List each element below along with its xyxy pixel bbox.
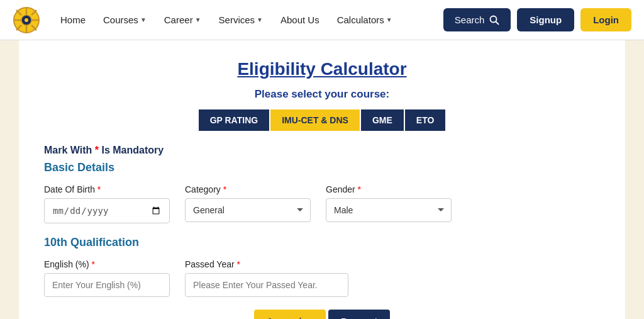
course-tabs: GP RATING IMU-CET & DNS GME ETO — [44, 109, 600, 131]
gender-required-star: * — [358, 184, 361, 194]
basic-details-row: Date Of Birth * Category * General OBC S… — [44, 184, 600, 223]
english-required-star: * — [91, 259, 94, 269]
mandatory-note: Mark With * Is Mandatory — [44, 145, 600, 156]
nav-item-about[interactable]: About Us — [273, 9, 327, 30]
gender-label: Gender * — [326, 184, 452, 194]
tenth-title: 10th Qualification — [44, 236, 600, 249]
nav-item-career[interactable]: Career ▼ — [157, 9, 209, 30]
passed-year-required-star: * — [237, 259, 240, 269]
passout-button[interactable]: Passout — [328, 310, 390, 319]
dob-label: Date Of Birth * — [44, 184, 170, 194]
passed-year-label: Passed Year * — [185, 259, 348, 269]
basic-details-title: Basic Details — [44, 161, 600, 174]
svg-point-2 — [25, 18, 28, 22]
tab-gp-rating[interactable]: GP RATING — [199, 109, 270, 131]
calculators-dropdown-arrow: ▼ — [386, 16, 392, 23]
svg-point-11 — [491, 16, 497, 22]
tenth-row: English (%) * Passed Year * — [44, 259, 600, 297]
category-label: Category * — [185, 184, 311, 194]
gender-select[interactable]: Male Female Other — [326, 198, 452, 222]
dob-input[interactable] — [44, 198, 170, 223]
category-required-star: * — [223, 184, 226, 194]
main-content: Eligibility Calculator Please select you… — [19, 40, 625, 319]
passed-year-input[interactable] — [185, 273, 348, 297]
navbar: Home Courses ▼ Career ▼ Services ▼ About… — [0, 0, 644, 40]
nav-item-home[interactable]: Home — [53, 9, 93, 30]
logo[interactable] — [13, 6, 40, 34]
tab-gme[interactable]: GME — [361, 109, 404, 131]
dob-required-star: * — [97, 184, 101, 194]
services-dropdown-arrow: ▼ — [257, 16, 263, 23]
tab-eto[interactable]: ETO — [405, 109, 446, 131]
dob-group: Date Of Birth * — [44, 184, 170, 223]
page-title: Eligibility Calculator — [44, 59, 600, 79]
nav-item-calculators[interactable]: Calculators ▼ — [330, 9, 400, 30]
appearing-button[interactable]: Appearing — [254, 310, 326, 319]
nav-item-services[interactable]: Services ▼ — [211, 9, 270, 30]
english-label: English (%) * — [44, 259, 170, 269]
search-icon — [489, 15, 499, 25]
svg-line-12 — [496, 21, 499, 25]
gender-group: Gender * Male Female Other — [326, 184, 452, 222]
career-dropdown-arrow: ▼ — [195, 16, 201, 23]
login-button[interactable]: Login — [580, 8, 631, 31]
signup-button[interactable]: Signup — [517, 8, 574, 31]
course-select-label: Please select your course: — [44, 88, 600, 101]
tenth-section: 10th Qualification English (%) * Passed … — [44, 236, 600, 297]
english-group: English (%) * — [44, 259, 170, 297]
category-group: Category * General OBC SC ST — [185, 184, 311, 222]
english-input[interactable] — [44, 273, 170, 297]
nav-actions: Search Signup Login — [443, 8, 631, 31]
mandatory-star: * — [95, 145, 99, 155]
tab-imu-cet[interactable]: IMU-CET & DNS — [270, 109, 360, 131]
search-button[interactable]: Search — [443, 8, 511, 31]
nav-item-courses[interactable]: Courses ▼ — [96, 9, 154, 30]
nav-links: Home Courses ▼ Career ▼ Services ▼ About… — [53, 9, 443, 30]
search-label: Search — [455, 14, 485, 25]
category-select[interactable]: General OBC SC ST — [185, 198, 311, 222]
action-buttons: Appearing Passout — [44, 310, 600, 319]
courses-dropdown-arrow: ▼ — [140, 16, 147, 23]
passed-year-group: Passed Year * — [185, 259, 348, 297]
